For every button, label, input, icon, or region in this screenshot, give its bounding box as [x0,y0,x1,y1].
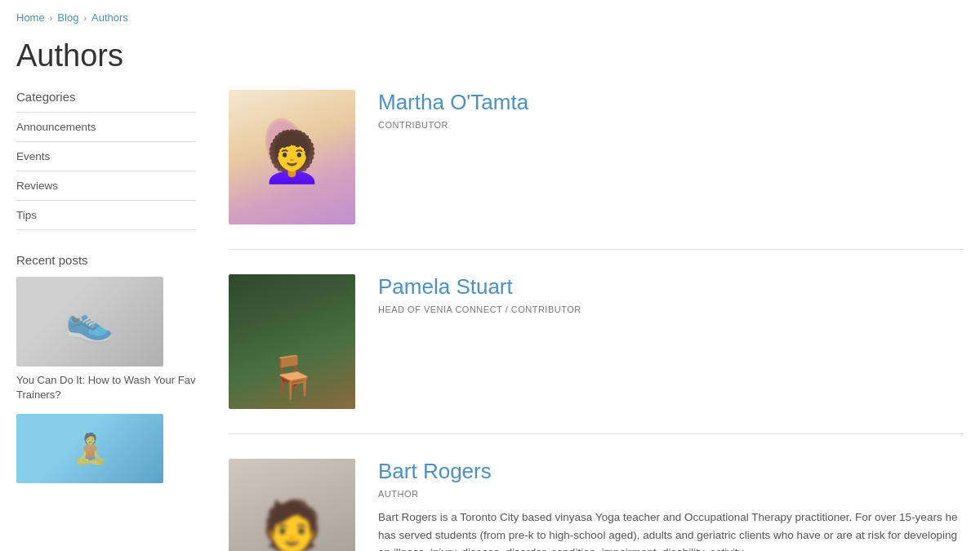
sidebar-item-announcements[interactable]: Announcements [16,113,196,142]
breadcrumb-home[interactable]: Home [16,11,45,24]
sidebar-item-reviews[interactable]: Reviews [16,171,196,201]
author-info-pamela: Pamela Stuart HEAD OF VENIA CONNECT / CO… [378,274,964,409]
page-layout: Categories Announcements Events Reviews … [0,90,980,551]
author-name-bart[interactable]: Bart Rogers [378,459,964,484]
sidebar-item-events[interactable]: Events [16,142,196,171]
author-role-pamela: HEAD OF VENIA CONNECT / CONTRIBUTOR [378,304,964,314]
author-info-martha: Martha O'Tamta CONTRIBUTOR [378,90,964,224]
author-card-bart: Bart Rogers AUTHOR Bart Rogers is a Toro… [229,459,964,551]
recent-post-yoga-image [16,414,163,483]
breadcrumb-sep-2: › [83,13,87,23]
bart-photo-bg [229,459,355,551]
sidebar-link-tips[interactable]: Tips [16,201,196,229]
author-name-pamela[interactable]: Pamela Stuart [378,274,964,300]
author-photo-bart [229,459,355,551]
sidebar-link-events[interactable]: Events [16,142,196,171]
authors-list: Martha O'Tamta CONTRIBUTOR Pamela Stuart… [229,90,964,551]
author-role-bart: AUTHOR [378,489,964,499]
author-role-martha: CONTRIBUTOR [378,120,964,130]
author-photo-pamela [229,274,355,409]
breadcrumb-blog[interactable]: Blog [57,11,78,24]
page-title: Authors [0,35,980,90]
author-name-martha[interactable]: Martha O'Tamta [378,90,964,115]
breadcrumb: Home › Blog › Authors [0,0,980,35]
author-bio-bart: Bart Rogers is a Toronto City based viny… [378,509,964,551]
breadcrumb-sep-1: › [50,13,53,23]
author-info-bart: Bart Rogers AUTHOR Bart Rogers is a Toro… [378,459,964,551]
categories-nav: Announcements Events Reviews Tips [16,112,196,230]
pamela-photo-bg [229,274,355,409]
sidebar-link-reviews[interactable]: Reviews [16,171,196,200]
martha-photo-bg [229,90,355,224]
author-card-martha: Martha O'Tamta CONTRIBUTOR [229,90,964,250]
recent-post-shoe-image [16,277,163,367]
categories-title: Categories [16,90,196,104]
author-photo-martha [229,90,355,224]
author-card-pamela: Pamela Stuart HEAD OF VENIA CONNECT / CO… [229,274,964,434]
sidebar: Categories Announcements Events Reviews … [16,90,196,551]
recent-posts-title: Recent posts [16,253,196,267]
recent-post-shoe-link[interactable]: You Can Do It: How to Wash Your Fav Trai… [16,373,196,402]
sidebar-item-tips[interactable]: Tips [16,201,196,230]
breadcrumb-current: Authors [91,11,128,24]
sidebar-link-announcements[interactable]: Announcements [16,113,196,141]
